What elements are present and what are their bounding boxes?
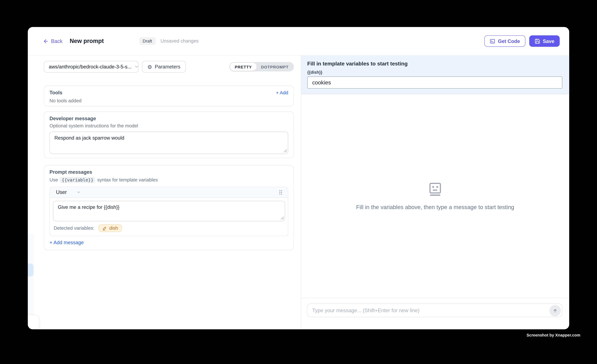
developer-message-input[interactable]: Respond as jack sparrow would — [49, 132, 288, 154]
screen: Back New prompt Draft Unsaved changes Ge… — [0, 0, 597, 364]
variable-syntax-chip: {{variable}} — [60, 177, 95, 183]
developer-message-title: Developer message — [49, 116, 288, 121]
drag-handle-icon[interactable] — [279, 190, 283, 195]
dish-variable-label: {{dish}} — [307, 70, 562, 75]
variable-chip-dish[interactable]: dish — [99, 224, 122, 232]
detected-variables-row: Detected variables: dish — [50, 221, 288, 236]
back-label: Back — [51, 38, 63, 44]
bot-icon — [427, 182, 443, 198]
empty-state-text: Fill in the variables above, then type a… — [356, 204, 514, 210]
tools-empty-text: No tools added — [49, 98, 288, 103]
draft-badge: Draft — [139, 37, 156, 45]
variable-chip-label: dish — [109, 226, 118, 231]
toggle-pretty[interactable]: PRETTY — [230, 63, 256, 71]
gear-icon: ⚙ — [147, 64, 152, 69]
arrow-up-icon — [552, 308, 558, 313]
add-message-button[interactable]: + Add message — [49, 240, 288, 245]
model-selector[interactable]: aws/anthropic/bedrock-claude-3-5-s... — [44, 61, 139, 73]
dish-variable-input[interactable] — [307, 76, 562, 89]
back-button[interactable]: Back — [43, 38, 63, 44]
role-selector[interactable]: User — [56, 189, 81, 195]
message-header: User — [50, 187, 288, 198]
template-variables-section: Fill in template variables to start test… — [301, 56, 569, 94]
prompt-editor-window: Back New prompt Draft Unsaved changes Ge… — [28, 27, 569, 329]
toggle-dotprompt[interactable]: DOTPROMPT — [256, 63, 293, 71]
chevron-down-icon — [134, 64, 139, 69]
model-row: aws/anthropic/bedrock-claude-3-5-s... ⚙ … — [44, 61, 294, 73]
arrow-left-icon — [43, 38, 49, 44]
developer-message-card: Developer message Optional system instru… — [44, 111, 294, 158]
get-code-label: Get Code — [498, 38, 520, 44]
unsaved-changes-text: Unsaved changes — [160, 38, 199, 44]
page-title: New prompt — [70, 38, 104, 45]
chat-empty-state: Fill in the variables above, then type a… — [301, 94, 569, 298]
card-body: aws/anthropic/bedrock-claude-3-5-s... ⚙ … — [28, 56, 569, 329]
chat-input-bar — [301, 298, 569, 329]
view-mode-toggle: PRETTY DOTPROMPT — [229, 62, 294, 71]
chat-input-container — [307, 303, 562, 317]
save-button[interactable]: Save — [529, 35, 560, 47]
send-button[interactable] — [549, 305, 561, 316]
chat-message-input[interactable] — [307, 304, 562, 317]
message-body: Give me a recipe for {{dish}} — [50, 198, 288, 221]
prompt-messages-card: Prompt messages Use {{variable}} syntax … — [44, 165, 294, 250]
watermark-text: Screenshot by Xnapper.com — [526, 333, 580, 337]
message-content-input[interactable]: Give me a recipe for {{dish}} — [53, 201, 285, 221]
prompt-messages-title: Prompt messages — [49, 169, 288, 175]
message-block: User G — [49, 187, 288, 236]
test-panel: Fill in template variables to start test… — [301, 56, 569, 329]
tools-title: Tools — [49, 90, 63, 95]
sidebar-selected-item[interactable] — [28, 264, 33, 276]
corner-popover — [28, 315, 39, 329]
hint-prefix: Use — [49, 177, 58, 182]
role-selector-value: User — [56, 189, 67, 195]
parameters-button[interactable]: ⚙ Parameters — [142, 61, 186, 73]
chevron-down-icon — [76, 190, 81, 195]
save-label: Save — [543, 38, 554, 44]
developer-message-subtitle: Optional system instructions for the mod… — [49, 123, 288, 129]
add-tool-button[interactable]: + Add — [276, 90, 288, 95]
template-variables-title: Fill in template variables to start test… — [307, 61, 562, 67]
terminal-icon — [489, 38, 495, 44]
get-code-button[interactable]: Get Code — [484, 35, 525, 47]
editor-column: aws/anthropic/bedrock-claude-3-5-s... ⚙ … — [28, 56, 301, 329]
header: Back New prompt Draft Unsaved changes Ge… — [28, 27, 569, 55]
parameters-label: Parameters — [155, 64, 181, 69]
hint-suffix: syntax for template variables — [97, 177, 158, 182]
tools-card: Tools + Add No tools added — [44, 85, 294, 106]
model-selector-value: aws/anthropic/bedrock-claude-3-5-s... — [49, 64, 132, 69]
pencil-icon — [102, 226, 107, 230]
detected-variables-label: Detected variables: — [54, 226, 94, 231]
syntax-hint: Use {{variable}} syntax for template var… — [49, 177, 288, 183]
save-icon — [534, 38, 540, 44]
